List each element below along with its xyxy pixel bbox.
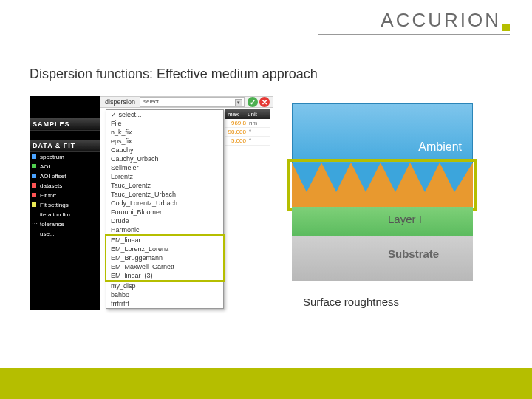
dropdown-item-em[interactable]: EM_Lorenz_Lorenz (106, 245, 223, 253)
col-header-unit: unit (248, 111, 267, 117)
dropdown-item[interactable]: Cauchy (106, 146, 223, 154)
dropdown-item-em[interactable]: EM_linear (106, 236, 223, 245)
brand-underline (318, 34, 510, 35)
dropdown-item[interactable]: Harmonic (106, 225, 223, 234)
dropdown-item[interactable]: frrfrrfrf (106, 299, 223, 308)
dropdown-item[interactable]: Forouhi_Bloomer (106, 208, 223, 216)
layer-diagram: Ambient Layer I Substrate (292, 103, 473, 288)
roughness-interface (292, 163, 473, 207)
dropdown-item[interactable]: bahbo (106, 290, 223, 299)
sidebar-item-aoi[interactable]: AOI (30, 162, 100, 171)
dispersion-select-value: select.... (143, 98, 166, 105)
cancel-button[interactable]: ✕ (259, 97, 270, 107)
sidebar-header-samples: SAMPLES (30, 118, 100, 131)
diagram-caption: Surface roughtness (303, 296, 399, 308)
dropdown-item[interactable]: File (106, 119, 223, 128)
dropdown-item[interactable]: eps_fix (106, 137, 223, 146)
dropdown-item[interactable]: Cody_Lorentz_Urbach (106, 199, 223, 208)
sidebar-item-use[interactable]: use... (30, 229, 100, 239)
dropdown-item[interactable]: select... (106, 110, 223, 119)
table-row: 969.8nm (225, 119, 270, 128)
layer-ambient-label: Ambient (418, 140, 462, 154)
confirm-button[interactable]: ✓ (248, 97, 258, 107)
sidebar-item-datasets[interactable]: datasets (30, 181, 100, 191)
sidebar-item-spectrum[interactable]: spectrum (30, 152, 100, 162)
app-screenshot: SAMPLES DATA & FIT spectrum AOI AOI offs… (30, 96, 273, 310)
dispersion-toolbar: dispersion select.... ▾ ✓ ✕ (100, 96, 273, 108)
dropdown-item-em[interactable]: EM_Maxwell_Garnett (106, 262, 223, 271)
sidebar-header-datafit: DATA & FIT (30, 140, 100, 152)
dispersion-select[interactable]: select.... ▾ (140, 97, 245, 107)
app-sidebar: SAMPLES DATA & FIT spectrum AOI AOI offs… (30, 96, 100, 310)
dropdown-item[interactable]: Drude (106, 216, 223, 225)
dropdown-item[interactable]: Lorentz (106, 172, 223, 181)
layer-substrate (292, 236, 473, 281)
sidebar-item-tolerance[interactable]: tolerance (30, 219, 100, 229)
dispersion-label: dispersion (100, 98, 140, 106)
footer-bar (0, 368, 532, 399)
brand-logo: ACCURION (381, 9, 510, 32)
dispersion-dropdown[interactable]: select... File n_k_fix eps_fix Cauchy Ca… (106, 109, 224, 309)
dropdown-item[interactable]: my_disp (106, 282, 223, 290)
dropdown-item[interactable]: Sellmeier (106, 163, 223, 172)
brand-dot-icon (502, 24, 510, 31)
value-columns: max unit 969.8nm 90.000° 5.000° (225, 109, 270, 146)
dropdown-item-em[interactable]: EM_Bruggemann (106, 253, 223, 262)
sidebar-item-fit-for[interactable]: Fit for: (30, 191, 100, 200)
dropdown-item[interactable]: Cauchy_Urbach (106, 154, 223, 163)
layer-1-label: Layer I (388, 213, 422, 225)
col-header-max: max (228, 111, 248, 117)
layer-1 (292, 207, 473, 236)
sidebar-item-iteration[interactable]: iteration lim (30, 210, 100, 219)
page-title: Dispersion functions: Effective medium a… (30, 66, 318, 82)
dropdown-item[interactable]: n_k_fix (106, 128, 223, 137)
layer-substrate-label: Substrate (388, 248, 439, 260)
sidebar-item-fit-settings[interactable]: Fit settings (30, 200, 100, 210)
chevron-down-icon[interactable]: ▾ (235, 99, 242, 106)
em-group-highlight: EM_linear EM_Lorenz_Lorenz EM_Bruggemann… (105, 234, 225, 282)
dropdown-item-em[interactable]: EM_linear_(3) (106, 271, 223, 280)
brand-text: ACCURION (381, 9, 501, 32)
table-row: 90.000° (225, 128, 270, 137)
table-row: 5.000° (225, 137, 270, 146)
dropdown-item[interactable]: Tauc_Lorentz_Urbach (106, 190, 223, 199)
dropdown-item[interactable]: Tauc_Lorentz (106, 181, 223, 190)
sidebar-item-aoi-offset[interactable]: AOI offset (30, 171, 100, 181)
